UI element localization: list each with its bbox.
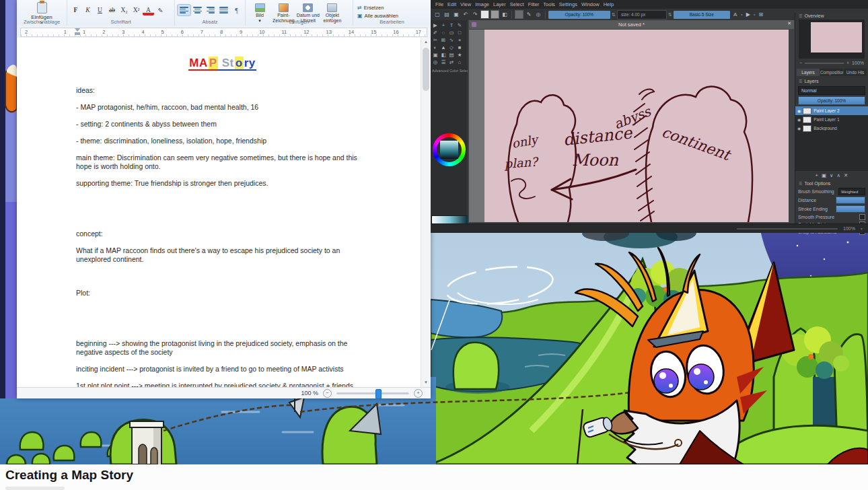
font-style-button[interactable]: F [70, 5, 81, 15]
tool-icon[interactable]: ⌖ [456, 36, 464, 44]
layer-action-button[interactable]: ∨ [830, 172, 834, 178]
zoom-in-icon[interactable]: + [846, 61, 849, 65]
brush-size-control[interactable]: size: 4.00 px [617, 10, 667, 20]
tool-icon[interactable]: ▭ [447, 29, 456, 36]
layer-row[interactable]: ◉ Paint Layer 2 [795, 106, 868, 115]
font-style-button[interactable]: U [94, 5, 106, 15]
gradient-slider[interactable] [431, 215, 468, 223]
open-icon[interactable]: ▤ [443, 10, 451, 19]
option-control[interactable] [859, 214, 865, 220]
tool-icon[interactable]: ■ [456, 44, 464, 51]
tool-icon[interactable]: ▶ [431, 22, 439, 29]
krita-canvas[interactable]: abyss distance Moon only plan? continent [484, 30, 789, 222]
brush-preset-name[interactable]: Basic-5 Size [674, 11, 730, 19]
font-style-button[interactable]: ab [106, 5, 118, 15]
new-doc-icon[interactable]: ▢ [433, 10, 441, 19]
paragraph-mark-button[interactable]: ¶ [231, 5, 242, 15]
font-style-button[interactable]: A [143, 5, 154, 15]
menu-item[interactable]: File [433, 1, 445, 7]
tool-icon[interactable]: ⌂ [456, 59, 464, 66]
tool-icon[interactable]: ▲ [439, 44, 447, 51]
align-left-button[interactable] [178, 5, 190, 15]
layer-action-button[interactable]: ∧ [837, 172, 841, 178]
gradient-swatch[interactable] [491, 10, 499, 19]
indent-marker[interactable] [75, 28, 80, 35]
menu-item[interactable]: Window [579, 1, 602, 7]
tool-icon[interactable]: ✎ [456, 22, 464, 29]
canvas-titlebar[interactable]: Not saved * ✕ [469, 20, 794, 29]
tool-icon[interactable]: ◎ [431, 59, 439, 66]
play-icon[interactable]: ▶ [744, 10, 752, 19]
canvas-color-swatch[interactable] [480, 10, 489, 19]
tool-icon[interactable]: ▤ [447, 51, 456, 59]
tool-icon[interactable]: ◇ [447, 44, 456, 51]
tool-icon[interactable]: ✐ [431, 29, 439, 36]
edit-button[interactable]: ⇄ Ersetzen [357, 5, 427, 11]
tool-icon[interactable]: ◐ [431, 44, 439, 51]
layer-row[interactable]: ◉ Background [795, 124, 868, 133]
redo-icon[interactable]: ↷ [471, 10, 479, 19]
zoom-slider-thumb[interactable] [375, 389, 382, 399]
layer-action-button[interactable]: ✕ [844, 172, 848, 178]
menu-item[interactable]: Help [602, 1, 616, 7]
menu-item[interactable]: Tools [541, 1, 557, 7]
zoom-slider[interactable] [336, 392, 409, 394]
tool-icon[interactable]: ☰ [439, 59, 447, 66]
font-style-button[interactable]: ✎ [155, 5, 166, 15]
justify-button[interactable] [217, 5, 230, 15]
option-control[interactable]: Weighted [838, 188, 865, 195]
document-page[interactable]: MAP Story ideas:- MAP protagonist, he/hi… [17, 38, 421, 387]
tool-icon[interactable]: ★ [456, 51, 464, 59]
scrollbar-thumb[interactable] [423, 48, 429, 91]
workspace-icon[interactable]: ⊞ [757, 10, 765, 19]
menu-item[interactable]: View [458, 1, 473, 7]
align-center-button[interactable] [191, 5, 204, 15]
tool-icon[interactable]: ◧ [439, 51, 447, 59]
zoom-out-button[interactable]: − [323, 389, 332, 398]
visibility-eye-icon[interactable]: ◉ [797, 117, 801, 122]
tool-icon[interactable]: ⇄ [447, 59, 456, 66]
menu-item[interactable]: Edit [445, 1, 458, 7]
font-style-button[interactable]: X₂ [118, 5, 130, 15]
scroll-up-icon[interactable]: ▲ [421, 38, 431, 46]
color-wheel[interactable] [433, 133, 466, 166]
font-style-button[interactable]: K [82, 5, 94, 15]
saturation-value-square[interactable] [440, 141, 458, 159]
tool-icon[interactable]: ∿ [447, 36, 456, 44]
visibility-eye-icon[interactable]: ◉ [797, 126, 801, 131]
option-control[interactable] [836, 205, 865, 213]
overview-preview[interactable] [799, 20, 865, 59]
visibility-eye-icon[interactable]: ◉ [797, 108, 801, 113]
ruler[interactable]: 21 1234567891011121314151617 [17, 26, 431, 38]
opacity-control[interactable]: Opacity: 100% [548, 11, 610, 19]
close-icon[interactable]: ✕ [787, 21, 791, 26]
pattern-icon[interactable]: ◧ [501, 10, 509, 19]
font-style-button[interactable]: X² [131, 5, 142, 15]
tool-icon[interactable]: ✂ [431, 36, 439, 44]
menu-item[interactable]: Image [473, 1, 491, 7]
tool-icon[interactable]: ⊞ [439, 36, 447, 44]
edit-button[interactable]: ▣ Alle auswählen [357, 13, 427, 19]
tool-icon[interactable]: ▣ [431, 51, 439, 59]
dock-tab[interactable]: Compositions [820, 69, 843, 76]
statusbar-zoom-slider[interactable] [737, 228, 838, 230]
option-control[interactable] [836, 197, 865, 204]
opacity-stepper[interactable]: ⇅ [612, 12, 616, 18]
menu-item[interactable]: Settings [557, 1, 579, 7]
brush-preset-icon[interactable] [515, 10, 523, 19]
tool-icon[interactable]: □ [456, 29, 464, 36]
dock-tab[interactable]: Undo His [844, 69, 867, 76]
edit-brush-icon[interactable]: ✎ [525, 10, 533, 19]
size-stepper[interactable]: ⇅ [668, 12, 672, 18]
tool-icon[interactable]: ◌ [439, 29, 447, 36]
undo-icon[interactable]: ↶ [462, 10, 470, 19]
layer-row[interactable]: ◉ Paint Layer 1 [795, 115, 868, 124]
tool-icon[interactable]: T [447, 22, 456, 29]
menu-item[interactable]: Select [508, 1, 526, 7]
menu-item[interactable]: Filter [526, 1, 542, 7]
layer-action-button[interactable]: + [816, 172, 818, 178]
text-tool-icon[interactable]: A [731, 10, 739, 19]
zoom-in-button[interactable]: + [414, 389, 423, 398]
blend-mode-select[interactable]: Normal [798, 86, 865, 95]
reload-icon[interactable]: ◎ [534, 10, 542, 19]
